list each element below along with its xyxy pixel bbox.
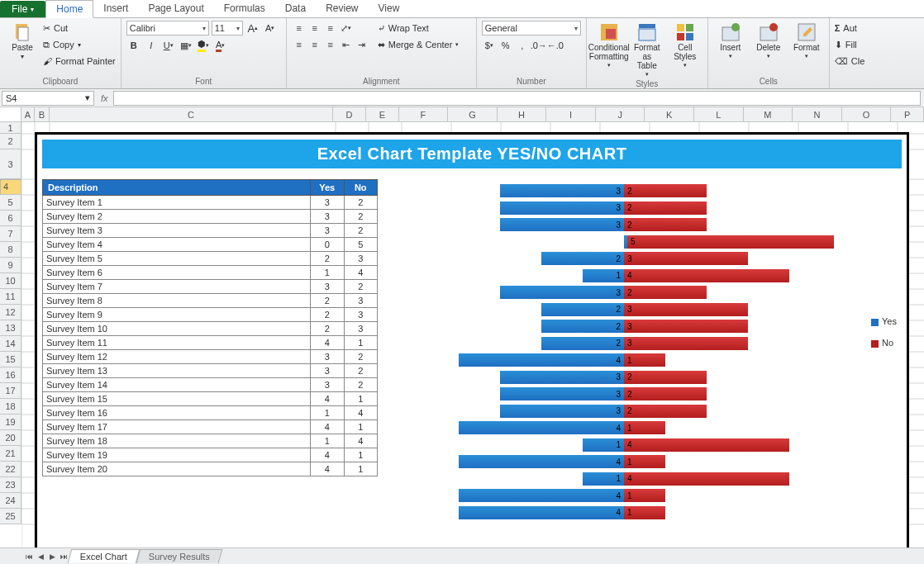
row-header-18[interactable]: 18	[0, 399, 21, 415]
menu-tab-page-layout[interactable]: Page Layout	[138, 0, 213, 17]
align-left-button[interactable]: ≡	[292, 37, 307, 52]
copy-button[interactable]: ⧉Copy▾	[43, 37, 116, 52]
col-header-K[interactable]: K	[645, 107, 694, 122]
table-row[interactable]: Survey Item 2041	[43, 462, 378, 476]
wrap-text-button[interactable]: ⤶Wrap Text	[378, 21, 460, 36]
merge-center-button[interactable]: ⬌Merge & Center▾	[378, 37, 460, 52]
table-row[interactable]: Survey Item 1432	[43, 378, 378, 392]
col-header-C[interactable]: C	[50, 107, 333, 122]
row-header-13[interactable]: 13	[0, 320, 21, 336]
number-format-select[interactable]: General▾	[482, 21, 581, 36]
menu-tab-view[interactable]: View	[369, 0, 410, 17]
clear-button[interactable]: ⌫Cle	[835, 54, 865, 69]
table-row[interactable]: Survey Item 1141	[43, 336, 378, 350]
autosum-button[interactable]: Σ Aut	[835, 21, 865, 36]
paste-button[interactable]: Paste▾	[5, 21, 40, 77]
orientation-button[interactable]: ⤢▾	[339, 21, 354, 36]
row-header-2[interactable]: 2	[0, 134, 21, 149]
underline-button[interactable]: U▾	[161, 38, 176, 53]
table-row[interactable]: Survey Item 132	[43, 196, 378, 210]
col-header-D[interactable]: D	[333, 107, 366, 122]
table-row[interactable]: Survey Item 405	[43, 238, 378, 252]
font-size-select[interactable]: 11▾	[212, 21, 243, 36]
row-header-17[interactable]: 17	[0, 383, 21, 399]
border-button[interactable]: ▦▾	[179, 38, 193, 53]
col-header-P[interactable]: P	[891, 107, 924, 122]
indent-decrease-button[interactable]: ⇤	[339, 37, 354, 52]
row-header-4[interactable]: 4	[0, 179, 21, 195]
formula-input[interactable]	[113, 91, 921, 106]
row-header-9[interactable]: 9	[0, 258, 21, 273]
indent-increase-button[interactable]: ⇥	[355, 37, 369, 52]
table-row[interactable]: Survey Item 1614	[43, 406, 378, 420]
format-painter-button[interactable]: 🖌Format Painter	[43, 54, 116, 69]
table-row[interactable]: Survey Item 1814	[43, 434, 378, 448]
table-row[interactable]: Survey Item 1232	[43, 350, 378, 364]
table-row[interactable]: Survey Item 332	[43, 224, 378, 238]
delete-cells-button[interactable]: Delete▾	[751, 21, 786, 77]
sheet-nav-first[interactable]: ⏮	[23, 552, 35, 561]
align-middle-button[interactable]: ≡	[307, 21, 322, 36]
font-name-select[interactable]: Calibri▾	[126, 21, 209, 36]
row-header-23[interactable]: 23	[0, 477, 21, 493]
menu-tab-review[interactable]: Review	[316, 0, 368, 17]
worksheet[interactable]: ABCDEFGHIJKLMNOP 12345678910111213141516…	[0, 107, 924, 547]
sheet-tab-active[interactable]: Excel Chart	[68, 549, 140, 563]
table-row[interactable]: Survey Item 823	[43, 294, 378, 308]
row-header-14[interactable]: 14	[0, 336, 21, 352]
sheet-tab-other[interactable]: Survey Results	[136, 549, 223, 563]
row-header-6[interactable]: 6	[0, 211, 21, 226]
table-row[interactable]: Survey Item 1332	[43, 364, 378, 378]
row-header-8[interactable]: 8	[0, 242, 21, 258]
format-cells-button[interactable]: Format▾	[789, 21, 824, 77]
col-header-J[interactable]: J	[596, 107, 645, 122]
italic-button[interactable]: I	[144, 38, 159, 53]
align-top-button[interactable]: ≡	[292, 21, 307, 36]
row-header-19[interactable]: 19	[0, 415, 21, 430]
font-color-button[interactable]: A▾	[213, 38, 228, 53]
table-row[interactable]: Survey Item 614	[43, 266, 378, 280]
sheet-nav-prev[interactable]: ◀	[35, 552, 46, 561]
col-header-M[interactable]: M	[744, 107, 793, 122]
cut-button[interactable]: ✂Cut	[43, 21, 116, 36]
increase-decimal-button[interactable]: .0→	[531, 38, 546, 53]
align-right-button[interactable]: ≡	[323, 37, 338, 52]
col-header-I[interactable]: I	[546, 107, 596, 122]
row-header-20[interactable]: 20	[0, 430, 21, 446]
col-header-B[interactable]: B	[35, 107, 50, 122]
col-header-L[interactable]: L	[694, 107, 744, 122]
select-all-corner[interactable]	[0, 107, 21, 122]
col-header-A[interactable]: A	[21, 107, 35, 122]
shrink-font-button[interactable]: A▾	[263, 21, 278, 36]
fill-color-button[interactable]: ⬢▾	[196, 38, 211, 53]
bold-button[interactable]: B	[126, 38, 141, 53]
table-row[interactable]: Survey Item 1023	[43, 322, 378, 336]
col-header-E[interactable]: E	[366, 107, 399, 122]
align-bottom-button[interactable]: ≡	[323, 21, 338, 36]
row-header-3[interactable]: 3	[0, 149, 21, 179]
fx-icon[interactable]: fx	[96, 93, 113, 103]
comma-button[interactable]: ,	[515, 38, 530, 53]
col-header-G[interactable]: G	[448, 107, 498, 122]
row-header-15[interactable]: 15	[0, 352, 21, 367]
cell-styles-button[interactable]: Cell Styles▾	[668, 21, 703, 79]
row-header-16[interactable]: 16	[0, 367, 21, 383]
col-header-O[interactable]: O	[842, 107, 892, 122]
decrease-decimal-button[interactable]: ←.0	[548, 38, 563, 53]
sheet-nav-next[interactable]: ▶	[46, 552, 58, 561]
table-row[interactable]: Survey Item 1941	[43, 448, 378, 462]
row-header-21[interactable]: 21	[0, 446, 21, 462]
row-header-1[interactable]: 1	[0, 122, 21, 134]
col-header-F[interactable]: F	[399, 107, 449, 122]
table-row[interactable]: Survey Item 923	[43, 308, 378, 322]
row-header-11[interactable]: 11	[0, 289, 21, 305]
file-menu[interactable]: File ▾	[0, 1, 45, 17]
row-header-7[interactable]: 7	[0, 226, 21, 242]
menu-tab-insert[interactable]: Insert	[93, 0, 138, 17]
row-header-25[interactable]: 25	[0, 509, 21, 524]
menu-tab-data[interactable]: Data	[275, 0, 316, 17]
menu-tab-home[interactable]: Home	[45, 0, 93, 18]
format-as-table-button[interactable]: Format as Table▾	[630, 21, 664, 79]
align-center-button[interactable]: ≡	[307, 37, 322, 52]
grow-font-button[interactable]: A▴	[245, 21, 260, 36]
